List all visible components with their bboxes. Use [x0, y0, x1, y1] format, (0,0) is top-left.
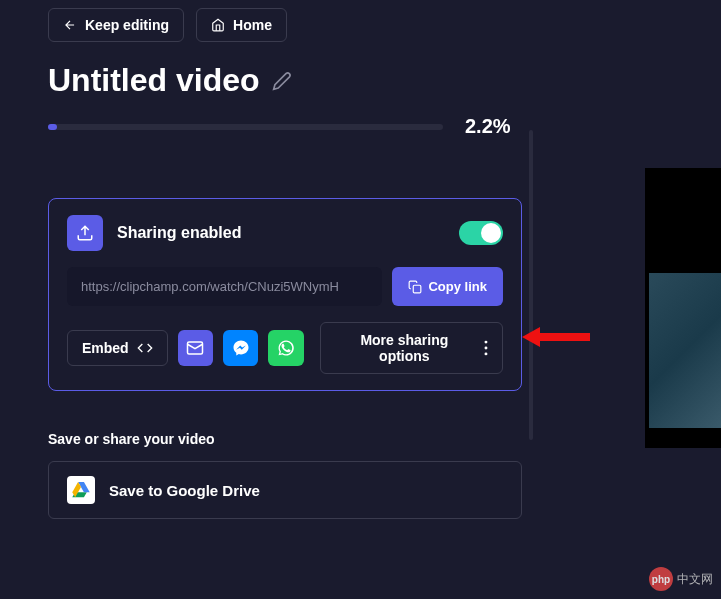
- whatsapp-share-button[interactable]: [268, 330, 303, 366]
- copy-icon: [408, 280, 422, 294]
- save-google-drive-button[interactable]: Save to Google Drive: [48, 461, 522, 519]
- sharing-panel: Sharing enabled Copy link Embed More sha…: [48, 198, 522, 391]
- arrow-left-icon: [63, 18, 77, 32]
- svg-rect-0: [414, 285, 422, 293]
- watermark: php 中文网: [649, 567, 713, 591]
- vertical-divider: [529, 130, 533, 440]
- pencil-icon: [272, 71, 292, 91]
- copy-link-button[interactable]: Copy link: [392, 267, 503, 306]
- svg-point-3: [485, 347, 488, 350]
- save-section-label: Save or share your video: [48, 431, 673, 447]
- svg-point-2: [485, 341, 488, 344]
- sharing-toggle[interactable]: [459, 221, 503, 245]
- copy-link-label: Copy link: [428, 279, 487, 294]
- keep-editing-button[interactable]: Keep editing: [48, 8, 184, 42]
- messenger-share-button[interactable]: [223, 330, 258, 366]
- upload-icon-box: [67, 215, 103, 251]
- watermark-logo: php: [649, 567, 673, 591]
- progress-fill: [48, 124, 57, 130]
- video-preview: [645, 168, 721, 448]
- svg-point-4: [485, 352, 488, 355]
- edit-title-button[interactable]: [272, 71, 292, 91]
- annotation-arrow: [536, 333, 590, 341]
- embed-button[interactable]: Embed: [67, 330, 168, 366]
- google-drive-icon: [67, 476, 95, 504]
- messenger-icon: [232, 339, 250, 357]
- upload-icon: [76, 224, 94, 242]
- progress-percent: 2.2%: [465, 115, 511, 138]
- home-label: Home: [233, 17, 272, 33]
- video-title: Untitled video: [48, 62, 260, 99]
- home-icon: [211, 18, 225, 32]
- share-url-input[interactable]: [67, 267, 382, 306]
- code-icon: [137, 340, 153, 356]
- embed-label: Embed: [82, 340, 129, 356]
- google-drive-label: Save to Google Drive: [109, 482, 260, 499]
- whatsapp-icon: [277, 339, 295, 357]
- preview-frame: [649, 273, 721, 428]
- keep-editing-label: Keep editing: [85, 17, 169, 33]
- more-sharing-button[interactable]: More sharing options: [320, 322, 503, 374]
- watermark-text: 中文网: [677, 571, 713, 588]
- more-vertical-icon: [484, 340, 488, 356]
- upload-progress-bar: [48, 124, 443, 130]
- sharing-title: Sharing enabled: [117, 224, 445, 242]
- mail-icon: [186, 339, 204, 357]
- toggle-knob: [481, 223, 501, 243]
- email-share-button[interactable]: [178, 330, 213, 366]
- more-sharing-label: More sharing options: [335, 332, 474, 364]
- home-button[interactable]: Home: [196, 8, 287, 42]
